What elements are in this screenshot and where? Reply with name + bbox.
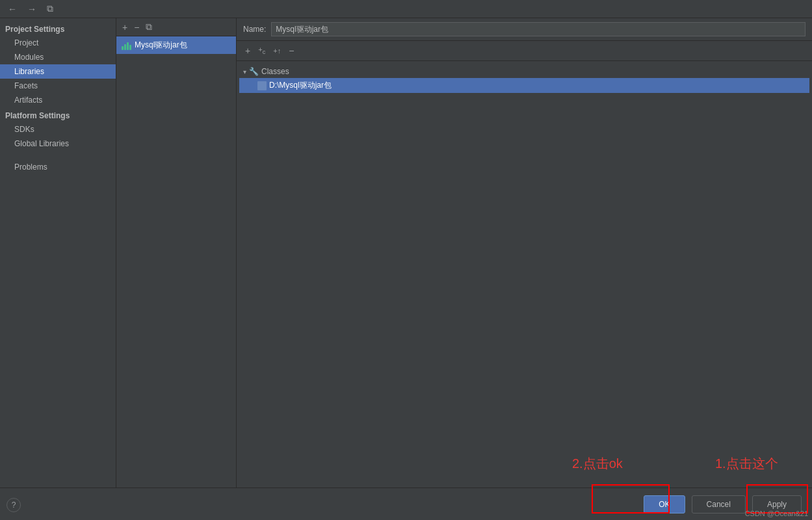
sidebar: Project Settings Project Modules Librari… — [0, 18, 116, 488]
copy-button[interactable]: ⧉ — [44, 2, 56, 16]
detail-panel: Name: + +c +↑ − ▾ 🔧 Classes — [237, 18, 812, 488]
detail-add-classes-button[interactable]: +c — [256, 44, 267, 57]
bottom-bar: OK Cancel Apply — [0, 488, 812, 520]
classes-tree-row[interactable]: ▾ 🔧 Classes — [239, 65, 809, 78]
detail-toolbar: + +c +↑ − — [237, 41, 812, 61]
sidebar-item-libraries[interactable]: Libraries — [0, 64, 116, 79]
sidebar-item-global-libraries[interactable]: Global Libraries — [0, 136, 116, 151]
library-bar-icon — [122, 41, 131, 50]
sidebar-item-artifacts[interactable]: Artifacts — [0, 93, 116, 107]
classes-label: Classes — [261, 67, 289, 76]
sidebar-item-sdks[interactable]: SDKs — [0, 122, 116, 136]
path-label: D:\Mysql驱动jar包 — [269, 80, 332, 91]
detail-add-jar-button[interactable]: +↑ — [271, 46, 283, 56]
library-copy-button[interactable]: ⧉ — [144, 20, 154, 34]
cancel-button[interactable]: Cancel — [692, 495, 746, 514]
help-button[interactable]: ? — [7, 498, 21, 512]
wrench-icon: 🔧 — [249, 67, 259, 76]
name-label: Name: — [243, 25, 266, 34]
sidebar-item-facets[interactable]: Facets — [0, 79, 116, 93]
library-item-label: Mysql驱动jar包 — [135, 40, 187, 51]
sidebar-item-modules[interactable]: Modules — [0, 50, 116, 64]
path-tree-row[interactable]: D:\Mysql驱动jar包 — [239, 78, 809, 93]
library-toolbar: + − ⧉ — [116, 18, 236, 36]
name-bar: Name: — [237, 18, 812, 41]
sidebar-item-project[interactable]: Project — [0, 36, 116, 50]
detail-remove-button[interactable]: − — [287, 44, 296, 57]
library-remove-button[interactable]: − — [132, 21, 141, 34]
expand-icon: ▾ — [243, 68, 246, 75]
content-area: Project Settings Project Modules Librari… — [0, 18, 812, 488]
file-icon — [257, 81, 267, 90]
ok-button[interactable]: OK — [644, 495, 685, 514]
apply-button[interactable]: Apply — [752, 495, 802, 514]
library-add-button[interactable]: + — [120, 21, 129, 34]
forward-button[interactable]: → — [25, 3, 39, 16]
back-button[interactable]: ← — [5, 3, 20, 16]
detail-add-button[interactable]: + — [243, 44, 252, 57]
platform-settings-label: Platform Settings — [0, 107, 116, 122]
library-list: Mysql驱动jar包 — [116, 36, 236, 488]
sidebar-item-problems[interactable]: Problems — [0, 160, 116, 174]
name-input[interactable] — [271, 22, 805, 36]
detail-tree: ▾ 🔧 Classes D:\Mysql驱动jar包 — [237, 61, 812, 488]
library-list-item[interactable]: Mysql驱动jar包 — [116, 36, 236, 54]
project-settings-label: Project Settings — [0, 21, 116, 36]
top-toolbar: ← → ⧉ — [0, 0, 812, 18]
library-panel: + − ⧉ Mysql驱动jar包 — [116, 18, 237, 488]
